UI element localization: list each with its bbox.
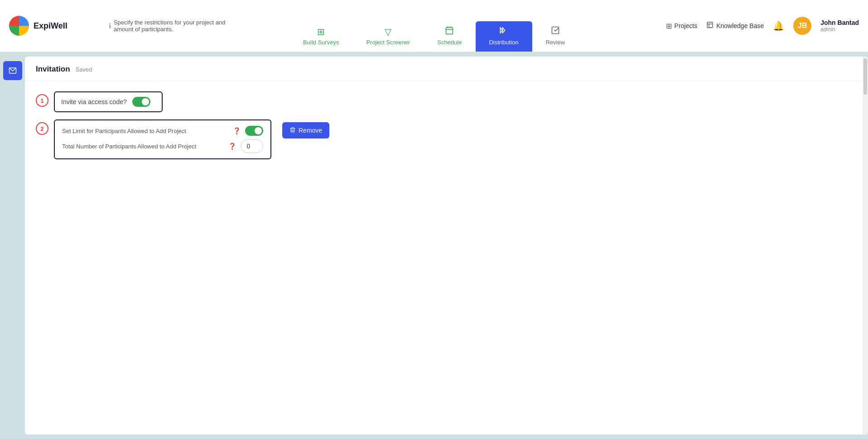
tab-build-surveys[interactable]: ⊞ Build Surveys — [289, 22, 352, 52]
tab-schedule-label: Schedule — [437, 39, 462, 46]
projects-label: Projects — [675, 22, 698, 29]
knowledge-base-link[interactable]: Knowledge Base — [706, 21, 764, 30]
project-screener-icon: ▽ — [385, 26, 391, 37]
step1-badge: 1 — [36, 94, 48, 107]
distribution-icon — [499, 26, 508, 37]
step2-badge: 2 — [36, 122, 48, 135]
tab-build-surveys-label: Build Surveys — [303, 39, 339, 46]
total-participants-help-icon: ❓ — [228, 143, 236, 150]
access-code-toggle[interactable] — [132, 97, 150, 107]
build-surveys-icon: ⊞ — [317, 26, 325, 37]
svg-rect-7 — [707, 22, 713, 28]
avatar[interactable]: JB — [793, 17, 811, 35]
info-icon: ℹ — [109, 22, 111, 29]
step1-row: 1 Invite via access code? — [36, 91, 857, 112]
logo-text: ExpiWell — [34, 21, 68, 31]
sidebar — [0, 52, 25, 439]
participants-count-input[interactable] — [241, 139, 263, 153]
logo-area: ExpiWell — [9, 16, 109, 36]
header-right: ⊞ Projects Knowledge Base 🔔 JB John Bant… — [666, 17, 859, 35]
logo-icon — [9, 16, 29, 36]
tab-review-label: Review — [545, 39, 565, 46]
info-area: ℹ Specify the restrictions for your proj… — [109, 19, 236, 33]
set-limit-label: Set Limit for Participants Allowed to Ad… — [62, 128, 228, 134]
user-name: John Bantad — [820, 19, 859, 26]
user-info: John Bantad admin — [820, 19, 859, 33]
remove-icon — [289, 127, 296, 134]
projects-link[interactable]: ⊞ Projects — [666, 22, 698, 30]
svg-rect-6 — [552, 27, 559, 34]
set-limit-row: Set Limit for Participants Allowed to Ad… — [62, 126, 263, 136]
scroll-track[interactable] — [863, 57, 868, 434]
info-text: Specify the restrictions for your projec… — [114, 19, 236, 33]
tab-project-screener[interactable]: ▽ Project Screener — [352, 22, 424, 52]
knowledge-base-icon — [706, 21, 714, 30]
total-participants-label: Total Number of Participants Allowed to … — [62, 143, 224, 150]
remove-button[interactable]: Remove — [282, 122, 329, 138]
panel-body: 1 Invite via access code? 2 Set Limit fo… — [25, 81, 868, 434]
review-icon — [551, 26, 560, 37]
remove-label: Remove — [299, 127, 322, 134]
user-role: admin — [820, 26, 859, 33]
access-code-label: Invite via access code? — [61, 98, 127, 105]
projects-icon: ⊞ — [666, 22, 672, 30]
participants-box: Set Limit for Participants Allowed to Ad… — [54, 119, 271, 159]
set-limit-help-icon: ❓ — [233, 127, 241, 134]
notifications-bell-icon[interactable]: 🔔 — [773, 20, 784, 31]
sidebar-email-button[interactable] — [3, 61, 22, 80]
panel-title: Invitation — [36, 65, 70, 74]
main-content: Invitation Saved 1 Invite via access cod… — [0, 52, 868, 439]
svg-rect-0 — [446, 27, 453, 34]
tab-distribution-label: Distribution — [489, 39, 518, 46]
header: ExpiWell ℹ Specify the restrictions for … — [0, 0, 868, 52]
tab-distribution[interactable]: Distribution — [475, 21, 532, 52]
set-limit-toggle-control[interactable] — [245, 126, 263, 136]
knowledge-base-label: Knowledge Base — [716, 22, 764, 29]
access-code-toggle-control[interactable] — [132, 97, 150, 107]
saved-badge: Saved — [76, 66, 92, 73]
set-limit-toggle[interactable] — [245, 126, 263, 136]
nav-tabs: ⊞ Build Surveys ▽ Project Screener Sched… — [289, 21, 579, 52]
access-code-box: Invite via access code? — [54, 91, 163, 112]
total-participants-row: Total Number of Participants Allowed to … — [62, 139, 263, 153]
panel-header: Invitation Saved — [25, 57, 868, 81]
tab-project-screener-label: Project Screener — [366, 39, 410, 46]
tab-review[interactable]: Review — [532, 21, 579, 52]
schedule-icon — [445, 26, 454, 37]
content-panel: Invitation Saved 1 Invite via access cod… — [25, 57, 868, 434]
tab-schedule[interactable]: Schedule — [424, 21, 475, 52]
scroll-thumb — [863, 58, 867, 95]
step2-row: 2 Set Limit for Participants Allowed to … — [36, 119, 857, 159]
